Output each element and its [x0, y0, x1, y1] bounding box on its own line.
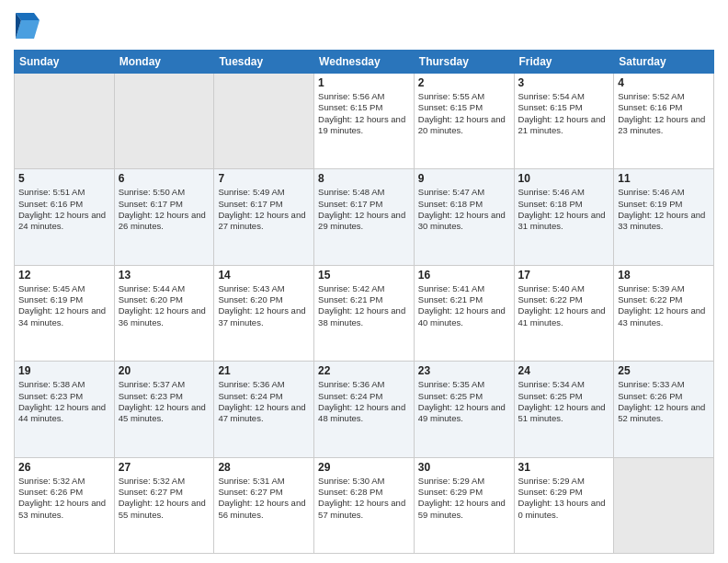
day-number: 26 [18, 461, 110, 474]
day-number: 6 [119, 172, 210, 185]
calendar-cell [114, 74, 214, 169]
calendar-cell: 29Sunrise: 5:30 AM Sunset: 6:28 PM Dayli… [314, 457, 415, 553]
calendar-cell [614, 457, 714, 553]
calendar-cell: 22Sunrise: 5:36 AM Sunset: 6:24 PM Dayli… [314, 362, 415, 457]
day-number: 5 [18, 172, 110, 185]
day-number: 19 [18, 364, 110, 377]
day-info: Sunrise: 5:48 AM Sunset: 6:17 PM Dayligh… [318, 187, 410, 232]
day-info: Sunrise: 5:41 AM Sunset: 6:21 PM Dayligh… [418, 283, 510, 328]
day-number: 1 [318, 76, 410, 89]
calendar-cell: 25Sunrise: 5:33 AM Sunset: 6:26 PM Dayli… [614, 362, 714, 457]
calendar-week-row: 19Sunrise: 5:38 AM Sunset: 6:23 PM Dayli… [15, 362, 714, 457]
day-info: Sunrise: 5:55 AM Sunset: 6:15 PM Dayligh… [418, 91, 510, 136]
calendar-week-row: 5Sunrise: 5:51 AM Sunset: 6:16 PM Daylig… [15, 169, 714, 265]
day-info: Sunrise: 5:56 AM Sunset: 6:15 PM Dayligh… [318, 91, 410, 136]
calendar-cell [214, 74, 314, 169]
day-number: 20 [119, 364, 210, 377]
day-info: Sunrise: 5:42 AM Sunset: 6:21 PM Dayligh… [318, 283, 410, 328]
calendar-table: SundayMondayTuesdayWednesdayThursdayFrid… [14, 50, 714, 554]
day-info: Sunrise: 5:54 AM Sunset: 6:15 PM Dayligh… [518, 91, 610, 136]
calendar-cell: 3Sunrise: 5:54 AM Sunset: 6:15 PM Daylig… [514, 74, 614, 169]
day-info: Sunrise: 5:45 AM Sunset: 6:19 PM Dayligh… [18, 283, 110, 328]
calendar-cell: 31Sunrise: 5:29 AM Sunset: 6:29 PM Dayli… [514, 457, 614, 553]
day-info: Sunrise: 5:33 AM Sunset: 6:26 PM Dayligh… [618, 379, 710, 424]
calendar-cell: 6Sunrise: 5:50 AM Sunset: 6:17 PM Daylig… [114, 169, 214, 265]
header [14, 9, 714, 42]
day-info: Sunrise: 5:31 AM Sunset: 6:27 PM Dayligh… [218, 476, 310, 521]
calendar-cell [15, 74, 115, 169]
calendar-week-row: 1Sunrise: 5:56 AM Sunset: 6:15 PM Daylig… [15, 74, 714, 169]
day-number: 29 [318, 461, 410, 474]
day-number: 22 [318, 364, 410, 377]
calendar-cell: 24Sunrise: 5:34 AM Sunset: 6:25 PM Dayli… [514, 362, 614, 457]
day-info: Sunrise: 5:32 AM Sunset: 6:26 PM Dayligh… [18, 476, 110, 521]
weekday-header: Wednesday [314, 51, 415, 74]
calendar-cell: 10Sunrise: 5:46 AM Sunset: 6:18 PM Dayli… [514, 169, 614, 265]
day-number: 24 [518, 364, 610, 377]
weekday-header-row: SundayMondayTuesdayWednesdayThursdayFrid… [15, 51, 714, 74]
day-info: Sunrise: 5:51 AM Sunset: 6:16 PM Dayligh… [18, 187, 110, 232]
calendar-cell: 13Sunrise: 5:44 AM Sunset: 6:20 PM Dayli… [114, 265, 214, 361]
calendar-cell: 14Sunrise: 5:43 AM Sunset: 6:20 PM Dayli… [214, 265, 314, 361]
calendar-cell: 7Sunrise: 5:49 AM Sunset: 6:17 PM Daylig… [214, 169, 314, 265]
calendar-cell: 2Sunrise: 5:55 AM Sunset: 6:15 PM Daylig… [414, 74, 514, 169]
day-number: 18 [618, 269, 710, 282]
day-number: 8 [318, 172, 410, 185]
day-number: 21 [218, 364, 310, 377]
logo [14, 9, 43, 42]
day-number: 25 [618, 364, 710, 377]
day-info: Sunrise: 5:38 AM Sunset: 6:23 PM Dayligh… [18, 379, 110, 424]
day-info: Sunrise: 5:35 AM Sunset: 6:25 PM Dayligh… [418, 379, 510, 424]
day-info: Sunrise: 5:46 AM Sunset: 6:18 PM Dayligh… [518, 187, 610, 232]
day-info: Sunrise: 5:29 AM Sunset: 6:29 PM Dayligh… [518, 476, 610, 521]
calendar-cell: 12Sunrise: 5:45 AM Sunset: 6:19 PM Dayli… [15, 265, 115, 361]
day-info: Sunrise: 5:46 AM Sunset: 6:19 PM Dayligh… [618, 187, 710, 232]
calendar-cell: 27Sunrise: 5:32 AM Sunset: 6:27 PM Dayli… [114, 457, 214, 553]
day-number: 14 [218, 269, 310, 282]
day-number: 16 [418, 269, 510, 282]
calendar-cell: 30Sunrise: 5:29 AM Sunset: 6:29 PM Dayli… [414, 457, 514, 553]
day-info: Sunrise: 5:49 AM Sunset: 6:17 PM Dayligh… [218, 187, 310, 232]
weekday-header: Monday [114, 51, 214, 74]
calendar-week-row: 26Sunrise: 5:32 AM Sunset: 6:26 PM Dayli… [15, 457, 714, 553]
page: SundayMondayTuesdayWednesdayThursdayFrid… [0, 0, 728, 563]
calendar-cell: 11Sunrise: 5:46 AM Sunset: 6:19 PM Dayli… [614, 169, 714, 265]
weekday-header: Thursday [414, 51, 514, 74]
day-number: 23 [418, 364, 510, 377]
weekday-header: Sunday [15, 51, 115, 74]
calendar-cell: 18Sunrise: 5:39 AM Sunset: 6:22 PM Dayli… [614, 265, 714, 361]
day-number: 15 [318, 269, 410, 282]
day-number: 3 [518, 76, 610, 89]
day-info: Sunrise: 5:43 AM Sunset: 6:20 PM Dayligh… [218, 283, 310, 328]
calendar-cell: 8Sunrise: 5:48 AM Sunset: 6:17 PM Daylig… [314, 169, 415, 265]
day-info: Sunrise: 5:39 AM Sunset: 6:22 PM Dayligh… [618, 283, 710, 328]
day-info: Sunrise: 5:36 AM Sunset: 6:24 PM Dayligh… [218, 379, 310, 424]
calendar-cell: 4Sunrise: 5:52 AM Sunset: 6:16 PM Daylig… [614, 74, 714, 169]
calendar-cell: 15Sunrise: 5:42 AM Sunset: 6:21 PM Dayli… [314, 265, 415, 361]
day-info: Sunrise: 5:40 AM Sunset: 6:22 PM Dayligh… [518, 283, 610, 328]
day-number: 13 [119, 269, 210, 282]
calendar-cell: 20Sunrise: 5:37 AM Sunset: 6:23 PM Dayli… [114, 362, 214, 457]
day-number: 7 [218, 172, 310, 185]
calendar-cell: 9Sunrise: 5:47 AM Sunset: 6:18 PM Daylig… [414, 169, 514, 265]
day-number: 27 [119, 461, 210, 474]
calendar-cell: 16Sunrise: 5:41 AM Sunset: 6:21 PM Dayli… [414, 265, 514, 361]
day-number: 2 [418, 76, 510, 89]
day-number: 12 [18, 269, 110, 282]
day-number: 17 [518, 269, 610, 282]
day-number: 10 [518, 172, 610, 185]
day-number: 4 [618, 76, 710, 89]
calendar-cell: 5Sunrise: 5:51 AM Sunset: 6:16 PM Daylig… [15, 169, 115, 265]
calendar-cell: 21Sunrise: 5:36 AM Sunset: 6:24 PM Dayli… [214, 362, 314, 457]
day-info: Sunrise: 5:52 AM Sunset: 6:16 PM Dayligh… [618, 91, 710, 136]
day-info: Sunrise: 5:47 AM Sunset: 6:18 PM Dayligh… [418, 187, 510, 232]
weekday-header: Saturday [614, 51, 714, 74]
day-info: Sunrise: 5:29 AM Sunset: 6:29 PM Dayligh… [418, 476, 510, 521]
logo-icon [14, 9, 41, 42]
calendar-cell: 28Sunrise: 5:31 AM Sunset: 6:27 PM Dayli… [214, 457, 314, 553]
calendar-cell: 23Sunrise: 5:35 AM Sunset: 6:25 PM Dayli… [414, 362, 514, 457]
day-info: Sunrise: 5:30 AM Sunset: 6:28 PM Dayligh… [318, 476, 410, 521]
day-number: 31 [518, 461, 610, 474]
day-number: 30 [418, 461, 510, 474]
day-info: Sunrise: 5:37 AM Sunset: 6:23 PM Dayligh… [119, 379, 210, 424]
